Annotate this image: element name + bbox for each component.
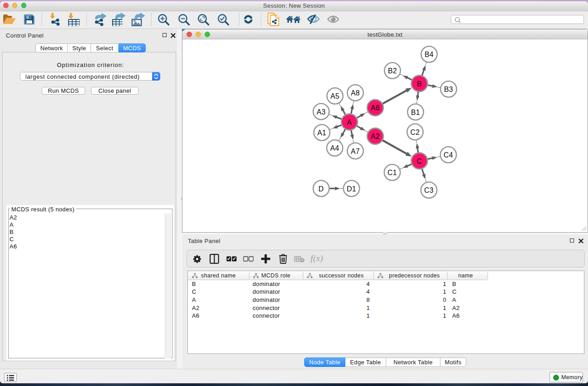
svg-text:C2: C2 xyxy=(411,129,420,136)
svg-text:B3: B3 xyxy=(444,86,453,93)
svg-text:A7: A7 xyxy=(351,148,360,155)
svg-text:C1: C1 xyxy=(387,169,397,176)
svg-text:C4: C4 xyxy=(444,151,453,159)
svg-text:A: A xyxy=(347,119,352,126)
svg-text:D: D xyxy=(319,185,324,193)
svg-text:B: B xyxy=(417,80,422,88)
svg-text:B2: B2 xyxy=(388,67,397,75)
svg-text:B4: B4 xyxy=(425,51,434,58)
svg-text:A1: A1 xyxy=(317,129,326,137)
svg-text:A5: A5 xyxy=(330,92,339,100)
svg-text:B1: B1 xyxy=(411,109,420,116)
svg-text:A2: A2 xyxy=(371,133,380,140)
svg-text:A4: A4 xyxy=(330,144,339,152)
svg-text:D1: D1 xyxy=(347,185,356,193)
svg-text:A3: A3 xyxy=(316,108,325,116)
svg-text:A8: A8 xyxy=(351,89,360,97)
svg-text:C: C xyxy=(417,157,422,165)
svg-text:C3: C3 xyxy=(424,186,434,194)
svg-text:A6: A6 xyxy=(371,104,380,112)
